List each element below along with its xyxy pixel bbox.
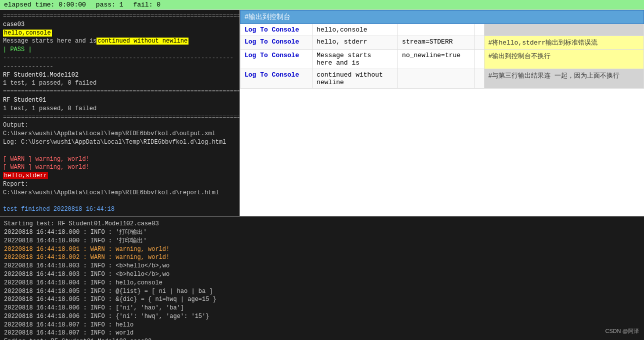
table-row: Log To Console continued withoutnewline … (240, 69, 644, 89)
log-line-5: 20220818 16:44:18.003 : INFO : <b>hello<… (4, 262, 640, 270)
arg2-cell: stream=STDERR (398, 36, 474, 50)
arg1-cell: Message startshere and is (312, 50, 398, 69)
log-line-6: 20220818 16:44:18.003 : INFO : <b>hello<… (4, 270, 640, 279)
arg1-cell: hello,console (312, 24, 398, 36)
hello-console-highlight: hello,console (3, 29, 236, 38)
arg2-cell: no_newline=true (398, 50, 474, 69)
warn-line2: [ WARN ] warning, world! (3, 163, 236, 172)
log-line-10: 20220818 16:44:18.006 : INFO : ['ni', 'h… (4, 304, 640, 312)
report-line: Report: C:\Users\wushi\AppData\Local\Tem… (3, 180, 236, 197)
table-row: Log To Console hello,console (240, 24, 644, 36)
comment-cell: #将hello,stderr输出到标准错误流 (484, 36, 644, 50)
status-bar: elapsed time: 0:00:00 pass: 1 fail: 0 (0, 0, 644, 10)
table-row: Log To Console Message startshere and is… (240, 50, 644, 69)
sep-3: ========================================… (3, 88, 236, 96)
log-line-2: 20220818 16:44:18.000 : INFO : '打印输出' (4, 237, 640, 245)
console-left[interactable]: ========================================… (0, 10, 240, 216)
model-result: 1 test, 1 passed, 0 failed (3, 79, 236, 88)
keyword-cell: Log To Console (240, 69, 312, 89)
pass-count: pass: 1 (96, 1, 124, 9)
arg3-cell (474, 24, 484, 36)
log-line-13: 20220818 16:44:18.007 : INFO : world (4, 329, 640, 337)
sep-2: ----------------------------------------… (3, 54, 236, 71)
arg2-cell (398, 24, 474, 36)
fail-count: fail: 0 (133, 1, 160, 9)
arg3-cell (474, 69, 484, 89)
blank1 (3, 147, 236, 155)
finished-line: test finished 20220818 16:44:18 (3, 205, 236, 214)
suite-result: 1 test, 1 passed, 0 failed (3, 105, 236, 113)
table-right: #输出到控制台 Log To Console hello,console Log… (240, 10, 644, 216)
arg1-cell: hello, stderr (312, 36, 398, 50)
msg-line1: Message starts here and iscontinued with… (3, 37, 236, 46)
table-row: Log To Console hello, stderr stream=STDE… (240, 36, 644, 50)
elapsed-time: elapsed time: 0:00:00 (4, 1, 86, 9)
watermark: CSDN @阿泽 (606, 327, 639, 335)
log-ending: Ending test: RF Student01.Model102.case0… (4, 337, 640, 340)
arg3-cell (474, 50, 484, 69)
keyword-cell: Log To Console (240, 36, 312, 50)
bottom-log-panel[interactable]: Starting test: RF Student01.Model102.cas… (0, 216, 644, 340)
comment-cell: #与第三行输出结果连 一起，因为上面不换行 (484, 69, 644, 89)
table-header-1: #输出到控制台 (240, 11, 644, 24)
output-line: Output: C:\Users\wushi\AppData\Local\Tem… (3, 121, 236, 138)
keyword-cell: Log To Console (240, 50, 312, 69)
log-line-12: 20220818 16:44:18.007 : INFO : hello (4, 321, 640, 329)
comment-cell: #输出到控制台不换行 (484, 50, 644, 69)
keyword-cell: Log To Console (240, 24, 312, 36)
blank2 (3, 197, 236, 206)
top-section: ========================================… (0, 10, 644, 216)
pass-line: | PASS | (3, 46, 236, 54)
arg2-cell (398, 69, 474, 89)
model-name: RF Student01.Model102 (3, 71, 236, 80)
log-line-3: 20220818 16:44:18.001 : WARN : warning, … (4, 245, 640, 254)
log-line-11: 20220818 16:44:18.006 : INFO : {'ni': 'h… (4, 312, 640, 321)
page-wrapper: elapsed time: 0:00:00 pass: 1 fail: 0 ==… (0, 0, 644, 340)
sep-4: ========================================… (3, 113, 236, 122)
log-line-4: 20220818 16:44:18.002 : WARN : warning, … (4, 253, 640, 262)
stderr-line: hello,stderr (3, 172, 236, 180)
log-line-1: 20220818 16:44:18.000 : INFO : '打印输出' (4, 228, 640, 237)
log-line-9: 20220818 16:44:18.005 : INFO : &{dic} = … (4, 295, 640, 304)
suite-name: RF Student01 (3, 96, 236, 105)
sep-1: ========================================… (3, 12, 236, 21)
log-line-7: 20220818 16:44:18.004 : INFO : hello,con… (4, 279, 640, 287)
log-line: Log: C:\Users\wushi\AppData\Local\Temp\R… (3, 138, 236, 147)
arg3-cell (474, 36, 484, 50)
log-starting: Starting test: RF Student01.Model102.cas… (4, 220, 640, 228)
comment-cell (484, 24, 644, 36)
warn-line1: [ WARN ] warning, world! (3, 155, 236, 164)
log-line-8: 20220818 16:44:18.005 : INFO : @{list} =… (4, 287, 640, 296)
keyword-table: #输出到控制台 Log To Console hello,console Log… (240, 10, 644, 89)
case-name: case03 (3, 21, 236, 29)
arg1-cell: continued withoutnewline (312, 69, 398, 89)
